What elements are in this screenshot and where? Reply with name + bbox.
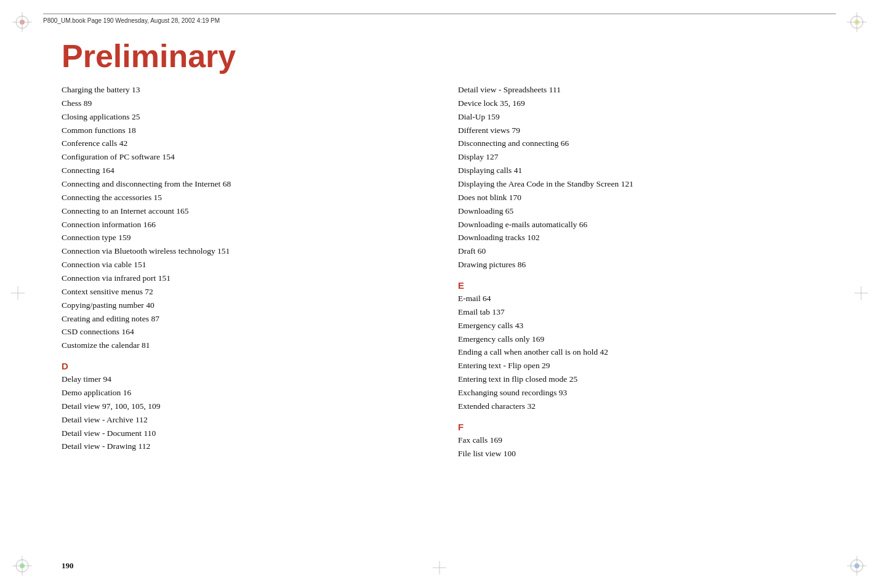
right-column: Detail view - Spreadsheets 111Device loc… [458,83,817,460]
content-area: Preliminary Charging the battery 13Chess… [62,40,817,551]
right-sections: Detail view - Spreadsheets 111Device loc… [458,83,817,460]
list-item: Device lock 35, 169 [458,97,817,110]
page-title: Preliminary [62,40,817,72]
left-column: Charging the battery 13Chess 89Closing a… [62,83,421,460]
d-entries: Delay timer 94Demo application 16Detail … [62,373,421,453]
reg-mark-bottom-left [11,555,33,577]
list-item: Connecting to an Internet account 165 [62,204,421,218]
list-item: Creating and editing notes 87 [62,312,421,326]
list-item: Closing applications 25 [62,110,421,124]
list-item: Context sensitive menus 72 [62,285,421,299]
list-item: Display 127 [458,150,817,164]
list-item: Common functions 18 [62,124,421,137]
list-item: Does not blink 170 [458,191,817,204]
list-item: File list view 100 [458,447,817,461]
list-item: Ending a call when another call is on ho… [458,345,817,359]
section-letter-d: D [62,361,421,371]
list-item: Detail view - Drawing 112 [62,440,421,453]
list-item: Connection information 166 [62,218,421,232]
list-item: Downloading tracks 102 [458,231,817,244]
columns: Charging the battery 13Chess 89Closing a… [62,83,817,460]
list-item: Disconnecting and connecting 66 [458,137,817,150]
reg-mark-mid-right [854,286,868,302]
list-item: Detail view - Archive 112 [62,413,421,427]
list-item: Connection via Bluetooth wireless techno… [62,244,421,258]
list-item: Connecting and disconnecting from the In… [62,177,421,191]
list-item: Connecting the accessories 15 [62,191,421,204]
list-item: Configuration of PC software 154 [62,150,421,164]
list-item: Detail view 97, 100, 105, 109 [62,400,421,413]
section-letter-f: F [458,422,817,432]
list-item: Downloading 65 [458,204,817,218]
list-item: Chess 89 [62,97,421,110]
page-number: 190 [62,561,74,571]
list-item: Entering text - Flip open 29 [458,359,817,373]
list-item: Entering text in flip closed mode 25 [458,373,817,386]
list-item: Detail view - Document 110 [62,427,421,440]
list-item: Dial-Up 159 [458,110,817,124]
header-bar: P800_UM.book Page 190 Wednesday, August … [43,14,836,25]
list-item: Extended characters 32 [458,400,817,413]
list-item: Connection via cable 151 [62,258,421,272]
list-item: Copying/pasting number 40 [62,299,421,312]
list-item: Conference calls 42 [62,137,421,150]
list-item: Exchanging sound recordings 93 [458,386,817,400]
section-letter-e: E [458,280,817,291]
reg-mark-top-right [846,11,868,33]
page: P800_UM.book Page 190 Wednesday, August … [0,0,879,588]
list-item: Different views 79 [458,124,817,137]
list-item: Charging the battery 13 [62,83,421,97]
list-item: Connection type 159 [62,231,421,244]
list-item: Demo application 16 [62,386,421,400]
list-item: E-mail 64 [458,292,817,305]
reg-mark-top-left [11,11,33,33]
reg-mark-bottom-right [846,555,868,577]
list-item: Emergency calls only 169 [458,332,817,346]
left-entries: Charging the battery 13Chess 89Closing a… [62,83,421,352]
header-text: P800_UM.book Page 190 Wednesday, August … [43,17,220,24]
list-item: Downloading e-mails automatically 66 [458,218,817,232]
reg-mark-mid-bottom [433,561,446,577]
list-item: Draft 60 [458,244,817,258]
list-item: Detail view - Spreadsheets 111 [458,83,817,97]
list-item: Displaying calls 41 [458,164,817,177]
list-item: Displaying the Area Code in the Standby … [458,177,817,191]
list-item: Customize the calendar 81 [62,339,421,352]
list-item: Connecting 164 [62,164,421,177]
list-item: Drawing pictures 86 [458,258,817,272]
list-item: Email tab 137 [458,305,817,319]
list-item: Fax calls 169 [458,433,817,447]
list-item: CSD connections 164 [62,325,421,339]
list-item: Delay timer 94 [62,373,421,386]
reg-mark-mid-left [11,286,25,302]
list-item: Emergency calls 43 [458,319,817,332]
list-item: Connection via infrared port 151 [62,272,421,285]
